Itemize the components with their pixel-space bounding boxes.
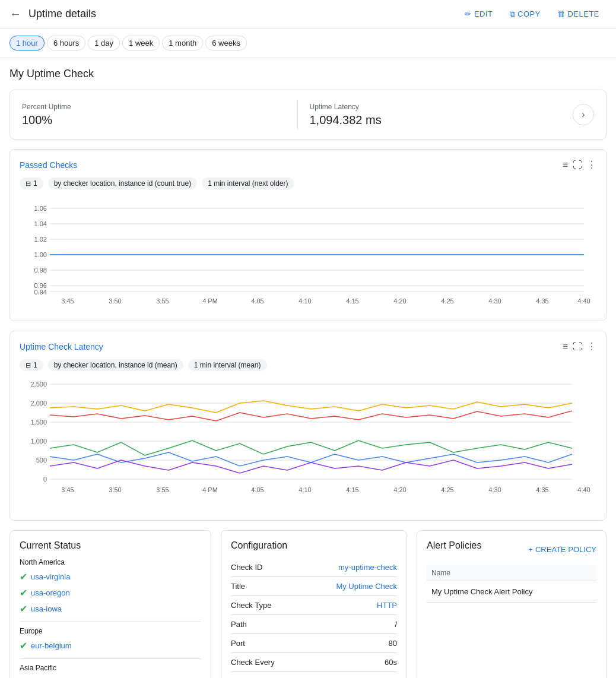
latency-more-options-button[interactable]: ⋮ [587, 341, 596, 352]
alert-policies-panel: Alert Policies + CREATE POLICY Name My U… [417, 530, 607, 678]
chevron-right-icon: › [582, 109, 585, 120]
svg-text:4:20: 4:20 [393, 486, 406, 493]
svg-text:2,500: 2,500 [30, 381, 47, 388]
time-range-bar: 1 hour 6 hours 1 day 1 week 1 month 6 we… [0, 28, 616, 58]
metric-nav-button[interactable]: › [573, 104, 594, 125]
svg-text:1.04: 1.04 [34, 220, 47, 227]
svg-text:1.00: 1.00 [34, 251, 47, 258]
region-name-eu: Europe [20, 627, 201, 635]
svg-text:3:50: 3:50 [109, 297, 121, 305]
region-europe: Europe ✔ eur-belgium [20, 627, 201, 654]
delete-button[interactable]: 🗑 DELETE [550, 6, 607, 22]
configuration-panel: Configuration Check ID my-uptime-check T… [221, 530, 407, 678]
latency-chart-filters: ⊟ 1 by checker location, instance id (me… [20, 359, 596, 371]
metric-divider [297, 100, 298, 129]
configuration-title: Configuration [231, 540, 397, 551]
svg-text:4:05: 4:05 [251, 297, 263, 305]
alert-policy-row: My Uptime Check Alert Policy [427, 581, 596, 603]
svg-text:1.06: 1.06 [34, 205, 47, 212]
passed-checks-chart: 1.06 1.04 1.02 1.00 0.98 0.96 0.94 3:45 … [20, 197, 596, 311]
current-status-panel: Current Status North America ✔ usa-virgi… [9, 530, 211, 678]
location-iowa: ✔ usa-iowa [20, 601, 201, 617]
svg-text:4:15: 4:15 [346, 486, 358, 493]
latency-filter-chip-3[interactable]: 1 min interval (mean) [188, 359, 267, 371]
filter-chip-3[interactable]: 1 min interval (next older) [202, 178, 294, 189]
passed-checks-title: Passed Checks [20, 160, 77, 170]
edit-button[interactable]: ✏ EDIT [458, 6, 500, 22]
svg-text:3:45: 3:45 [61, 297, 74, 305]
svg-text:0.94: 0.94 [34, 289, 47, 296]
latency-chart-title: Uptime Check Latency [20, 342, 103, 351]
chart-actions: ≡ ⛶ ⋮ [563, 159, 596, 170]
region-name-na: North America [20, 558, 201, 566]
config-row-timeout: Timeout 10s [231, 672, 397, 678]
metric-card: Percent Uptime 100% Uptime Latency 1,094… [9, 90, 607, 140]
svg-text:3:45: 3:45 [61, 486, 74, 493]
svg-text:4 PM: 4 PM [202, 297, 218, 305]
config-table: Check ID my-uptime-check Title My Uptime… [231, 558, 397, 678]
svg-text:500: 500 [36, 457, 47, 464]
location-virginia: ✔ usa-virginia [20, 569, 201, 585]
status-check-icon: ✔ [20, 603, 27, 614]
bottom-panels: Current Status North America ✔ usa-virgi… [9, 530, 607, 678]
svg-text:4:25: 4:25 [441, 297, 453, 305]
region-divider-2 [20, 658, 201, 659]
svg-text:0: 0 [43, 476, 47, 483]
svg-text:4:20: 4:20 [393, 297, 406, 305]
svg-text:4:40: 4:40 [577, 486, 590, 493]
config-row-checkevery: Check Every 60s [231, 653, 397, 672]
region-divider [20, 622, 201, 622]
svg-text:1,500: 1,500 [30, 419, 47, 426]
passed-checks-chart-card: Passed Checks ≡ ⛶ ⋮ ⊟ 1 by checker locat… [9, 149, 607, 321]
time-btn-1day[interactable]: 1 day [88, 36, 120, 50]
location-belgium: ✔ eur-belgium [20, 638, 201, 654]
latency-filter-chip-1[interactable]: ⊟ 1 [20, 359, 43, 371]
time-btn-6hours[interactable]: 6 hours [47, 36, 85, 50]
back-button[interactable]: ← [9, 7, 21, 21]
uptime-latency-label: Uptime Latency [310, 103, 573, 111]
header: ← Uptime details ✏ EDIT ⧉ COPY 🗑 DELETE [0, 0, 616, 28]
check-title: My Uptime Check [9, 68, 607, 80]
time-btn-1hour[interactable]: 1 hour [9, 36, 45, 50]
time-btn-6weeks[interactable]: 6 weeks [205, 36, 247, 50]
svg-text:2,000: 2,000 [30, 400, 47, 407]
svg-text:4:30: 4:30 [488, 486, 501, 493]
time-btn-1month[interactable]: 1 month [162, 36, 203, 50]
latency-chart-svg: 2,500 2,000 1,500 1,000 500 0 3:45 3:50 [20, 378, 596, 509]
svg-text:4:05: 4:05 [251, 486, 263, 493]
svg-text:1,000: 1,000 [30, 438, 47, 445]
create-policy-button[interactable]: + CREATE POLICY [528, 545, 596, 554]
svg-text:3:55: 3:55 [156, 486, 169, 493]
filter-chip-2[interactable]: by checker location, instance id (count … [48, 178, 197, 189]
svg-text:4 PM: 4 PM [202, 486, 218, 493]
config-row-port: Port 80 [231, 634, 397, 653]
list-view-button[interactable]: ≡ [563, 159, 568, 170]
svg-text:4:25: 4:25 [441, 486, 453, 493]
svg-text:4:30: 4:30 [488, 297, 501, 305]
edit-icon: ✏ [465, 9, 472, 18]
config-row-path: Path / [231, 615, 397, 634]
svg-text:3:55: 3:55 [156, 297, 169, 305]
alert-policies-title: Alert Policies [427, 540, 481, 551]
svg-text:0.98: 0.98 [34, 267, 47, 274]
copy-icon: ⧉ [510, 9, 516, 19]
fullscreen-button[interactable]: ⛶ [573, 159, 582, 170]
percent-uptime-label: Percent Uptime [22, 103, 285, 111]
latency-filter-chip-2[interactable]: by checker location, instance id (mean) [48, 359, 183, 371]
alert-header: Alert Policies + CREATE POLICY [427, 540, 596, 558]
filter-chip-1[interactable]: ⊟ 1 [20, 178, 43, 189]
status-check-icon: ✔ [20, 587, 27, 598]
latency-fullscreen-button[interactable]: ⛶ [573, 341, 582, 352]
time-btn-1week[interactable]: 1 week [122, 36, 160, 50]
copy-button[interactable]: ⧉ COPY [503, 6, 548, 23]
back-icon: ← [9, 7, 21, 21]
more-options-button[interactable]: ⋮ [587, 159, 596, 170]
latency-chart: 2,500 2,000 1,500 1,000 500 0 3:45 3:50 [20, 378, 596, 511]
latency-chart-actions: ≡ ⛶ ⋮ [563, 341, 596, 352]
config-row-checkid: Check ID my-uptime-check [231, 558, 397, 577]
latency-list-view-button[interactable]: ≡ [563, 341, 568, 352]
svg-text:1.02: 1.02 [34, 236, 47, 243]
delete-icon: 🗑 [557, 9, 566, 18]
uptime-latency-metric: Uptime Latency 1,094.382 ms [310, 103, 573, 127]
plus-icon: + [528, 545, 533, 554]
